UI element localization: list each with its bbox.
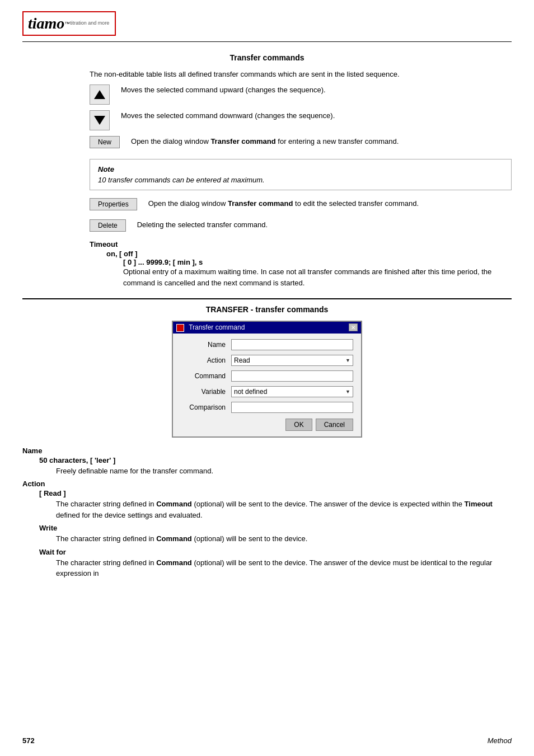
dialog-ok-button[interactable]: OK [285,419,312,431]
dialog-cancel-button[interactable]: Cancel [316,419,353,431]
properties-btn-row: Properties Open the dialog window Transf… [90,198,512,214]
dialog-variable-label: Variable [181,388,226,396]
dialog-name-label: Name [181,341,226,349]
dialog-command-input[interactable] [231,370,353,382]
write-sub: Write [39,524,512,532]
dialog-title-area: Transfer command [176,323,245,332]
dialog-body: Name Action Read ▼ Command Variable no [173,334,361,436]
section1-intro: The non-editable table lists all defined… [90,69,512,80]
dropdown-arrow-icon2: ▼ [345,389,350,395]
dialog-variable-value: not defined [234,388,267,396]
dialog-command-label: Command [181,372,226,380]
page-footer: 572 Method [22,736,512,745]
move-up-button[interactable] [90,84,110,105]
action-section-label: Action [22,480,512,488]
logo-area: tiamo™ titration and more [22,11,512,42]
logo-text: tiamo [28,15,64,32]
up-desc: Moves the selected command upward (chang… [121,84,326,96]
dialog-close-button[interactable]: ✕ [349,323,358,331]
arrow-up-icon [94,90,105,99]
delete-btn-row: Delete Deleting the selected transfer co… [90,219,512,235]
dialog-action-select[interactable]: Read ▼ [231,355,353,366]
dialog-variable-select[interactable]: not defined ▼ [231,386,353,397]
write-desc: The character string defined in Command … [56,533,512,544]
note-box: Note 10 transfer commands can be entered… [90,159,512,190]
logo-tm: ™ [64,21,70,27]
note-text: 10 transfer commands can be entered at m… [98,176,503,184]
dialog-comparison-input[interactable] [231,402,353,413]
section2-title: TRANSFER - transfer commands [22,305,512,314]
up-arrow-row: Moves the selected command upward (chang… [90,84,512,105]
arrow-down-icon [94,116,105,125]
timeout-section: Timeout on, [ off ] [ 0 ] ... 9999.9; [ … [90,240,512,288]
dialog-variable-row: Variable not defined ▼ [181,386,353,397]
name-section-sub: 50 characters, [ 'leer' ] [39,456,512,464]
dialog-command-row: Command [181,370,353,382]
name-section-label: Name [22,447,512,455]
dialog-name-row: Name [181,339,353,350]
delete-desc: Deleting the selected transfer command. [137,219,268,231]
dialog-icon [176,324,184,332]
section1-content: The non-editable table lists all defined… [22,69,512,288]
dialog-action-value: Read [234,356,250,364]
dialog-titlebar: Transfer command ✕ [173,322,361,334]
move-down-button[interactable] [90,110,110,130]
section1-title: Transfer commands [22,53,512,62]
dialog-action-row: Action Read ▼ [181,355,353,366]
delete-button[interactable]: Delete [90,219,126,232]
read-sub: [ Read ] [39,489,512,497]
timeout-desc: Optional entry of a maximum waiting time… [123,266,512,288]
waitfor-sub: Wait for [39,548,512,556]
dropdown-arrow-icon: ▼ [345,358,350,363]
down-arrow-row: Moves the selected command downward (cha… [90,110,512,130]
desc-sections: Name 50 characters, [ 'leer' ] Freely de… [22,447,512,579]
section-divider [22,298,512,299]
timeout-sub1: on, [ off ] [106,250,512,258]
dialog-name-input[interactable] [231,339,353,350]
dialog-buttons: OK Cancel [181,419,353,431]
new-button[interactable]: New [90,136,120,148]
dialog-comparison-row: Comparison [181,402,353,413]
properties-button[interactable]: Properties [90,198,137,210]
transfer-command-dialog: Transfer command ✕ Name Action Read ▼ Co… [172,321,362,438]
properties-desc: Open the dialog window Transfer command … [148,198,419,209]
dialog-title-text: Transfer command [189,323,245,331]
dialog-action-label: Action [181,356,226,364]
down-desc: Moves the selected command downward (cha… [121,110,335,121]
logo-tagline: titration and more [70,20,109,26]
note-title: Note [98,165,503,173]
waitfor-desc: The character string defined in Command … [56,557,512,579]
new-btn-row: New Open the dialog window Transfer comm… [90,136,512,152]
page-number: 572 [22,736,35,745]
dialog-comparison-label: Comparison [181,403,226,411]
name-section-desc: Freely definable name for the transfer c… [56,466,512,477]
timeout-range: [ 0 ] ... 9999.9; [ min ], s [123,258,512,266]
new-desc: Open the dialog window Transfer command … [131,136,399,147]
logo: tiamo™ titration and more [22,11,116,36]
page-label: Method [488,736,512,745]
read-desc: The character string defined in Command … [56,499,512,520]
timeout-label: Timeout [90,240,512,248]
